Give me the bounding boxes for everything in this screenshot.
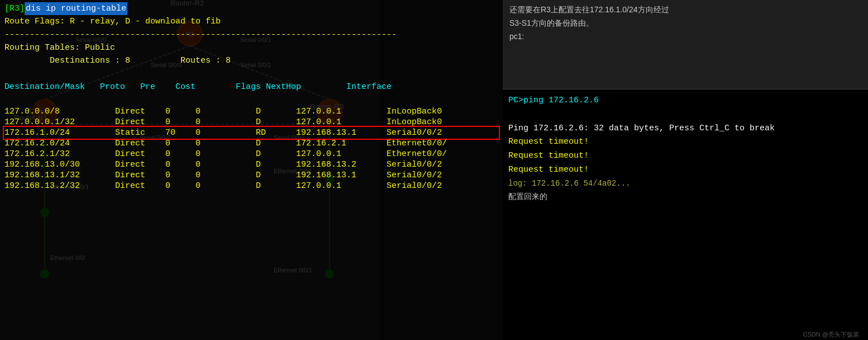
- right-top-text-line: S3-S1方向的备份路由。: [509, 17, 861, 30]
- blank-line-2: [4, 93, 498, 106]
- timeout-line: Request timeout!: [508, 135, 862, 149]
- destinations-routes-line: Destinations : 8 Routes : 8: [4, 54, 498, 67]
- flags-line: Route Flags: R - relay, D - download to …: [4, 15, 498, 28]
- right-panel: 还需要在R3上配置去往172.16.1.0/24方向经过S3-S1方向的备份路由…: [503, 0, 868, 340]
- watermark: CSDN @秃头下饭菜: [803, 330, 859, 339]
- right-terminal: PC>ping 172.16.2.6 Ping 172.16.2.6: 32 d…: [503, 89, 868, 340]
- config-note: 配置回来的: [508, 190, 862, 203]
- timeout-line: Request timeout!: [508, 149, 862, 163]
- command-text: dis ip routing-table: [25, 2, 127, 15]
- table-row: 127.0.0.0/8 Direct 0 0 D 127.0.0.1 InLoo…: [4, 106, 498, 117]
- timeout-line: Request timeout!: [508, 163, 862, 177]
- table-row: 172.16.2.0/24 Direct 0 0 D 172.16.2.1 Et…: [4, 138, 498, 149]
- routes-spacer: [130, 54, 180, 67]
- blank-line-1: [4, 67, 498, 80]
- separator-line: ----------------------------------------…: [4, 29, 498, 41]
- table-row: 192.168.13.1/32 Direct 0 0 D 192.168.13.…: [4, 170, 498, 181]
- right-top-text-line: 还需要在R3上配置去往172.16.1.0/24方向经过: [509, 3, 861, 17]
- command-line: [R3] dis ip routing-table: [4, 2, 498, 15]
- terminal-overlay: [R3] dis ip routing-table Route Flags: R…: [0, 0, 503, 340]
- routing-tables-line: Routing Tables: Public: [4, 41, 498, 54]
- log-line: log: 172.16.2.6 54/4a02...: [508, 177, 862, 190]
- table-header: Destination/Mask Proto Pre Cost Flags Ne…: [4, 81, 498, 93]
- table-row: 127.0.0.0.1/32 Direct 0 0 D 127.0.0.1 In…: [4, 117, 498, 128]
- destinations-label: Destinations : 8: [4, 54, 130, 67]
- right-top-text: 还需要在R3上配置去往172.16.1.0/24方向经过S3-S1方向的备份路由…: [503, 0, 868, 89]
- table-row: 172.16.2.1/32 Direct 0 0 D 127.0.0.1 Eth…: [4, 149, 498, 159]
- prompt-label: [R3]: [4, 2, 25, 15]
- ping-command: PC>ping 172.16.2.6: [508, 94, 862, 108]
- routing-table: 127.0.0.0/8 Direct 0 0 D 127.0.0.1 InLoo…: [4, 106, 498, 191]
- table-row: 192.168.13.2/32 Direct 0 0 D 127.0.0.1 S…: [4, 181, 498, 191]
- routes-label: Routes : 8: [180, 54, 231, 67]
- right-top-text-line: pc1:: [509, 30, 861, 44]
- table-row: 192.168.13.0/30 Direct 0 0 D 192.168.13.…: [4, 159, 498, 170]
- ping-info-line: Ping 172.16.2.6: 32 data bytes, Press Ct…: [508, 122, 862, 136]
- table-row: 172.16.1.0/24 Static 70 0 RD 192.168.13.…: [4, 128, 498, 138]
